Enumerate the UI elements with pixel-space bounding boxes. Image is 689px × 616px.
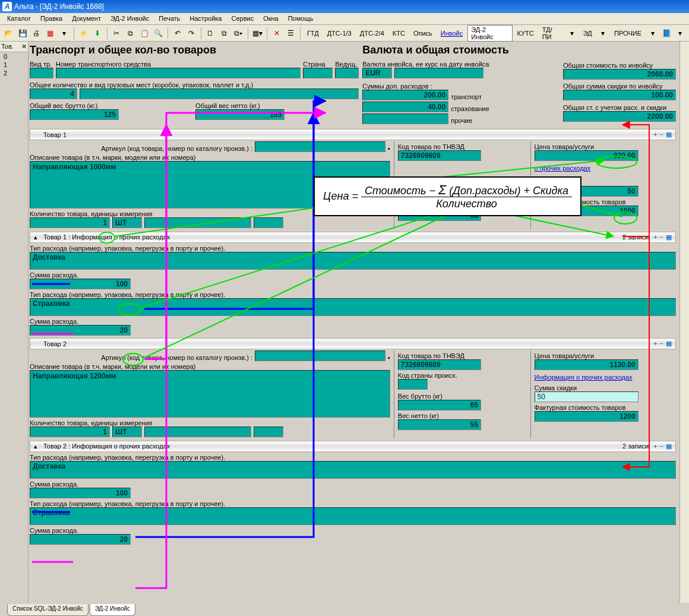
- menu-print[interactable]: Печать: [154, 14, 185, 24]
- invoice-value-field[interactable]: 1200: [535, 411, 639, 422]
- tab-sql-list[interactable]: Список SQL-ЭД-2 Инвойс: [7, 604, 89, 616]
- properties-icon[interactable]: ☰: [285, 27, 297, 40]
- close-icon[interactable]: ✕: [21, 43, 27, 50]
- tnved-field[interactable]: 7326909809: [398, 150, 481, 161]
- link-kuts[interactable]: КУТС: [514, 29, 538, 38]
- link-tdpi[interactable]: ТД/ПИ: [539, 25, 565, 42]
- lookup-icon[interactable]: ▪: [388, 145, 390, 152]
- tab-ed2-invoice[interactable]: ЭД-2 Инвойс: [90, 604, 135, 616]
- collapse-icon[interactable]: [34, 131, 40, 138]
- link-invoice[interactable]: Инвойс: [437, 29, 466, 38]
- menu-edit[interactable]: Правка: [36, 14, 67, 24]
- transport-number-field[interactable]: [56, 68, 301, 78]
- link-other[interactable]: ПРОЧИЕ: [611, 29, 645, 38]
- unit-name-field[interactable]: [144, 427, 251, 437]
- exp-sum-field[interactable]: 20: [30, 325, 131, 336]
- link-dts13[interactable]: ДТС-1/3: [324, 29, 355, 38]
- item-netto-field[interactable]: 55: [398, 419, 481, 430]
- exp-sum-field[interactable]: 20: [30, 534, 131, 545]
- undo-icon[interactable]: ↶: [171, 27, 184, 40]
- qty-field[interactable]: 1: [30, 217, 110, 228]
- vertical-scrollbar[interactable]: [679, 42, 689, 603]
- print-icon[interactable]: 🖨: [30, 27, 43, 40]
- plus-icon[interactable]: +: [653, 443, 657, 450]
- description-field[interactable]: Направляющая 1200мм: [30, 370, 390, 418]
- unit2-field[interactable]: [254, 217, 283, 228]
- preview-icon[interactable]: ▦: [44, 27, 56, 40]
- menu-document[interactable]: Документ: [67, 14, 106, 24]
- link-ed[interactable]: ЭД: [580, 29, 596, 38]
- gross-weight-field[interactable]: 125: [30, 109, 119, 120]
- sidebar-item[interactable]: 1: [0, 61, 28, 69]
- grid-icon[interactable]: ▦: [666, 131, 672, 138]
- artikul-field[interactable]: [255, 141, 385, 152]
- link-opis[interactable]: Опись: [410, 29, 436, 38]
- exp-type-field[interactable]: Доставка: [30, 461, 676, 479]
- book-icon[interactable]: 📘: [660, 27, 672, 40]
- currency-field[interactable]: EUR: [362, 68, 392, 78]
- cut-icon[interactable]: ✂: [110, 27, 123, 40]
- dropdown-icon[interactable]: ▾: [674, 27, 687, 40]
- exp-sum-field[interactable]: 100: [30, 279, 131, 289]
- minus-icon[interactable]: −: [660, 443, 663, 450]
- unit2-field[interactable]: [254, 427, 283, 437]
- minus-icon[interactable]: −: [660, 340, 663, 348]
- artikul-field[interactable]: [255, 350, 385, 361]
- good2-header[interactable]: Товар 2 +−▦: [30, 338, 676, 349]
- menu-service[interactable]: Сервис: [226, 14, 258, 24]
- vid-tr-field[interactable]: [30, 68, 53, 78]
- menu-help[interactable]: Помощь: [283, 14, 318, 24]
- unit-field[interactable]: ШТ: [112, 217, 142, 228]
- exp-type-field[interactable]: Страховка: [30, 298, 676, 316]
- grid-icon[interactable]: ▦: [666, 233, 672, 241]
- invoice-total-field[interactable]: 2060.00: [563, 69, 676, 80]
- plus-icon[interactable]: +: [653, 233, 657, 241]
- menu-settings[interactable]: Настройка: [185, 14, 226, 24]
- lightning-icon[interactable]: ⚡: [77, 27, 90, 40]
- collapse-icon[interactable]: [34, 340, 40, 348]
- unit-field[interactable]: ШТ: [112, 427, 142, 437]
- good1-header[interactable]: Товар 1 +−▦: [30, 129, 676, 140]
- find-icon[interactable]: 🔍: [152, 27, 165, 40]
- tnved-field[interactable]: 7326909809: [398, 359, 481, 370]
- leading-field[interactable]: [335, 68, 359, 78]
- good2-expenses-header[interactable]: ▴Товар 2 : Информация о прочих расходах …: [30, 441, 676, 452]
- places-qty-field[interactable]: 4: [30, 89, 77, 99]
- copy-icon[interactable]: ⧉: [124, 27, 137, 40]
- copy-doc-icon[interactable]: ⧉: [218, 27, 230, 40]
- menu-windows[interactable]: Окна: [258, 14, 283, 24]
- link-gtd[interactable]: ГТД: [304, 29, 323, 38]
- extra-costs-link[interactable]: о прочих расходах: [535, 165, 591, 172]
- invoice-discount-field[interactable]: 100.00: [563, 90, 676, 100]
- link-dts24[interactable]: ДТС-2/4: [356, 29, 388, 38]
- qty-field[interactable]: 1: [30, 427, 110, 437]
- paste-doc-icon[interactable]: ⧉▾: [232, 27, 245, 40]
- transport-cost-field[interactable]: 200.00: [362, 90, 448, 100]
- sidebar-item[interactable]: 2: [0, 69, 28, 77]
- download-icon[interactable]: ⬇: [91, 27, 103, 40]
- places-type-field[interactable]: [80, 89, 359, 99]
- dropdown-icon[interactable]: ▾: [597, 27, 609, 40]
- menu-ed2-invoice[interactable]: ЭД-2 Инвойс: [106, 14, 154, 24]
- grid-icon[interactable]: ▦: [666, 443, 672, 450]
- grid-icon[interactable]: ▦▾: [251, 27, 264, 40]
- minus-icon[interactable]: −: [660, 131, 663, 138]
- delete-icon[interactable]: ✕: [270, 27, 283, 40]
- net-weight-field[interactable]: 105: [195, 109, 285, 120]
- collapse-icon[interactable]: ▴: [34, 443, 40, 450]
- item-discount-field[interactable]: 50: [535, 391, 639, 402]
- exp-type-field[interactable]: Страховка: [30, 507, 676, 525]
- insurance-cost-field[interactable]: 40.00: [362, 102, 448, 112]
- good1-expenses-header[interactable]: ▴Товар 1 : Информация о прочих расходах …: [30, 232, 676, 243]
- minus-icon[interactable]: −: [660, 233, 663, 241]
- dropdown-icon[interactable]: ▾: [646, 27, 659, 40]
- price-field[interactable]: 1130.00: [535, 359, 639, 370]
- new-icon[interactable]: 🗋: [204, 27, 217, 40]
- link-ed2-invoice[interactable]: ЭД-2 Инвойс: [467, 25, 512, 42]
- rate-field[interactable]: [394, 68, 483, 78]
- grand-total-field[interactable]: 2200.00: [563, 111, 676, 122]
- sidebar-item[interactable]: 0: [0, 52, 28, 61]
- save-icon[interactable]: 💾: [16, 27, 29, 40]
- plus-icon[interactable]: +: [653, 131, 657, 138]
- link-kts[interactable]: КТС: [389, 29, 409, 38]
